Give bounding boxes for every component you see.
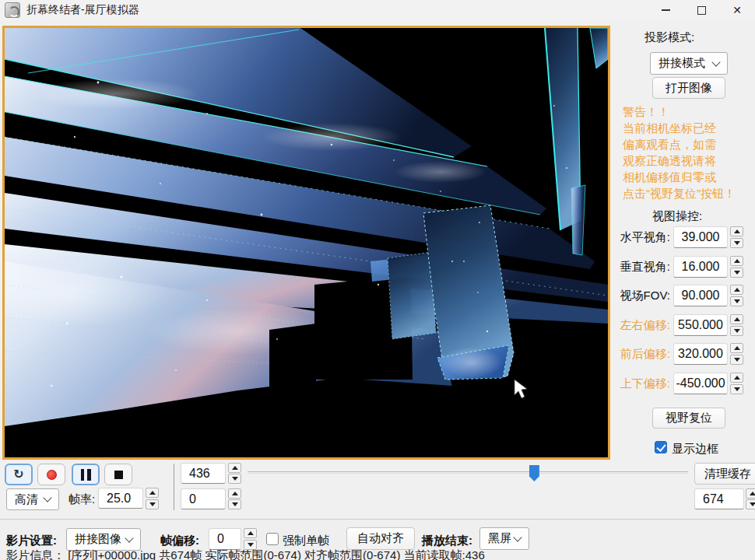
spin-down-button[interactable] [730,238,743,248]
minimize-button[interactable] [648,0,683,20]
force-single-frame-checkbox[interactable] [266,533,279,545]
horizontal-angle-input[interactable]: 39.000 [673,226,728,248]
auto-align-button[interactable]: 自动对齐 [346,527,415,550]
film-mode-select[interactable]: 拼接图像 [66,528,141,551]
spin-down-button[interactable] [730,384,743,394]
close-icon: ✕ [732,5,742,16]
frame-offset-spinner [244,528,257,550]
film-mode-value: 拼接图像 [75,532,121,547]
record-button[interactable] [37,464,65,485]
offset-ud-label: 上下偏移: [620,376,670,391]
spin-up-button[interactable] [730,373,743,383]
preview-viewport[interactable] [2,26,610,460]
framerate-label: 帧率: [68,492,95,507]
offset-ud-spinner [730,373,743,394]
offset-fb-spinner [730,343,743,365]
app-window: 折幕终结者-展厅模拟器 ✕ [0,0,755,560]
spin-up-button[interactable] [228,463,241,473]
show-border-label: 显示边框 [672,442,718,457]
spin-down-icon [734,387,740,391]
offset-fb-input[interactable]: 320.000 [673,343,728,365]
vertical-angle-label: 垂直视角: [620,260,670,275]
maximize-icon [697,6,706,15]
spin-up-button[interactable] [746,488,755,499]
spin-down-button[interactable] [228,474,241,484]
pause-icon [81,469,91,481]
spin-up-button[interactable] [730,256,743,266]
spin-down-icon [232,502,238,506]
spin-down-icon [248,543,254,547]
spin-down-button[interactable] [746,499,755,509]
field-row-offset-fb: 前后偏移: 320.000 [613,343,755,365]
current-frame-input[interactable]: 436 [181,463,226,484]
timeline-slider[interactable] [248,465,688,482]
offset-ud-input[interactable]: -450.000 [673,373,728,394]
film-settings-label: 影片设置: [6,534,57,548]
spin-down-button[interactable] [146,499,159,509]
spin-up-button[interactable] [244,528,257,538]
spin-down-button[interactable] [730,296,743,306]
field-row-offset-lr: 左右偏移: 550.000 [613,314,755,336]
total-frames-input[interactable]: 674 [694,488,744,509]
spin-down-icon [734,358,740,362]
fov-input[interactable]: 90.000 [673,285,728,306]
field-row-vertical-angle: 垂直视角: 16.000 [613,256,755,278]
spin-down-button[interactable] [228,499,241,509]
film-info-text: 影片信息： [序列]+00000.jpg 共674帧 实际帧范围(0-674) … [6,548,485,560]
chevron-down-icon [711,58,720,66]
spin-down-button[interactable] [730,355,743,365]
spin-down-button[interactable] [730,326,743,336]
spin-down-icon [149,502,156,506]
spin-down-icon [734,299,740,303]
timeline-track [248,471,688,472]
spin-up-button[interactable] [730,343,743,353]
framerate-input[interactable]: 25.0 [98,488,143,509]
offset-lr-label: 左右偏移: [620,318,670,333]
loop-button[interactable]: ↻ [5,464,33,485]
spin-down-button[interactable] [730,268,743,278]
close-button[interactable]: ✕ [719,0,755,20]
spin-up-button[interactable] [146,488,159,498]
stop-button[interactable] [104,464,132,485]
window-controls: ✕ [648,0,755,20]
clear-cache-button[interactable]: 清理缓存 [694,463,755,485]
frame-offset-label: 帧偏移: [160,534,199,548]
spin-up-button[interactable] [730,226,743,236]
spin-up-icon [734,346,740,350]
open-image-button[interactable]: 打开图像 [652,77,725,99]
spin-down-icon [750,502,755,506]
spin-up-button[interactable] [228,488,241,499]
chevron-down-icon [125,534,133,542]
resolution-select[interactable]: 高清 [6,488,59,510]
spin-up-button[interactable] [730,314,743,324]
show-border-checkbox[interactable] [655,441,667,453]
vertical-angle-spinner [730,256,743,278]
spin-up-icon [248,531,254,535]
offset-lr-input[interactable]: 550.000 [673,314,728,336]
offset-lr-spinner [730,314,743,336]
force-single-frame-label: 强制单帧 [283,534,329,548]
start-frame-input[interactable]: 0 [181,488,226,509]
chevron-down-icon [43,493,51,502]
spin-up-button[interactable] [730,285,743,295]
app-icon [5,2,20,18]
play-end-label: 播放结束: [422,534,472,548]
vertical-angle-input[interactable]: 16.000 [673,256,728,278]
spin-down-icon [734,329,740,333]
framerate-spinner [146,488,159,509]
horizontal-angle-label: 水平视角: [620,230,670,245]
frame-offset-input[interactable]: 0 [209,528,241,550]
current-frame-spinner [228,463,241,484]
spin-up-icon [232,466,238,470]
spin-up-icon [232,492,238,495]
maximize-button[interactable] [683,0,719,20]
view-control-label: 视图操控: [652,209,702,224]
fov-spinner [730,285,743,306]
reset-view-button[interactable]: 视野复位 [652,408,725,429]
pause-button[interactable] [72,464,100,485]
timeline-slider-handle[interactable] [529,465,539,481]
play-end-select[interactable]: 黑屏 [479,527,529,550]
spin-up-icon [734,288,740,292]
projection-mode-select[interactable]: 拼接模式 [650,52,728,75]
field-row-horizontal-angle: 水平视角: 39.000 [613,226,755,248]
